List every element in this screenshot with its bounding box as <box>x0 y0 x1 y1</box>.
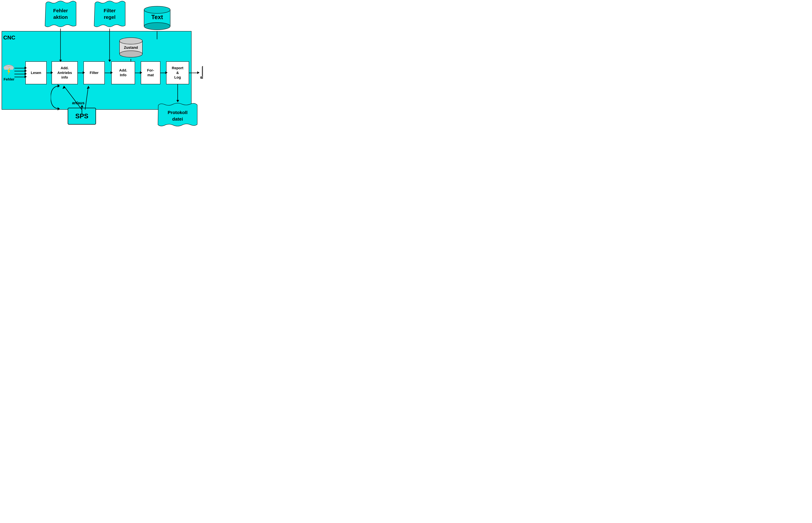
filter-box: Filter <box>84 61 105 84</box>
input-arrowhead3 <box>24 72 27 75</box>
svg-point-9 <box>120 38 142 44</box>
svg-text:Protokoll: Protokoll <box>168 110 187 115</box>
cnc-label: CNC <box>3 34 15 41</box>
diagram-container: CNC Fehler aktion Filter regel Text Zust… <box>0 0 203 131</box>
arrowhead-format-report <box>165 71 168 74</box>
svg-line-27 <box>64 86 82 110</box>
svg-text:aktion: aktion <box>53 14 68 20</box>
fehleraktion-banner: Fehler aktion <box>44 0 77 29</box>
report-protokoll-arrow <box>177 84 178 101</box>
protokolldatei-shape: Protokoll datei <box>156 102 199 128</box>
filterregel-banner: Filter regel <box>93 0 126 29</box>
svg-text:regel: regel <box>104 14 115 20</box>
input-arrow3 <box>14 74 25 74</box>
arrowhead-lesen-add <box>51 71 53 74</box>
svg-rect-19 <box>200 77 203 78</box>
input-arrow4 <box>14 77 25 77</box>
fehleraktion-arrow <box>60 29 61 60</box>
svg-marker-30 <box>87 86 90 89</box>
svg-line-29 <box>85 86 88 110</box>
zustand-cylinder: Zustand <box>118 34 144 59</box>
svg-text:Filter: Filter <box>104 8 116 13</box>
fehler-storm-icon <box>3 64 14 77</box>
svg-marker-28 <box>62 86 66 89</box>
report-log-box: Report & Log <box>166 61 189 84</box>
svg-point-5 <box>144 6 170 14</box>
filterregel-arrow <box>109 29 110 60</box>
filterregel-arrowhead <box>108 60 111 62</box>
svg-text:Text: Text <box>151 14 163 20</box>
svg-text:Zustand: Zustand <box>124 46 138 50</box>
svg-rect-17 <box>202 66 203 76</box>
svg-point-6 <box>144 22 170 30</box>
input-arrowhead4 <box>24 75 27 78</box>
laptop-icon <box>200 66 203 82</box>
format-box: For- mat <box>141 61 160 84</box>
svg-marker-25 <box>58 107 60 110</box>
svg-text:datei: datei <box>172 116 183 122</box>
input-arrowhead2 <box>24 70 27 72</box>
sps-arrows-svg <box>51 84 103 110</box>
arrowhead-filter-addinfo <box>110 71 113 74</box>
add-info-box: Add. Info <box>111 61 135 84</box>
report-protokoll-arrowhead <box>177 100 179 102</box>
text-cyl-arrow <box>157 31 157 39</box>
fehler-label: Fehler <box>4 77 14 82</box>
text-cylinder: Text <box>142 2 172 31</box>
add-antriebsinfo-box: Add. Antriebs info <box>52 61 78 84</box>
input-arrowhead1 <box>24 67 27 69</box>
arrow-filter-addinfo <box>105 73 111 73</box>
input-arrow2 <box>14 71 25 71</box>
svg-point-10 <box>120 51 142 57</box>
input-arrow1 <box>14 68 25 68</box>
lesen-box: Lesen <box>25 61 47 84</box>
arrowhead-report-laptop <box>197 71 200 74</box>
arrowhead-addinfo-format <box>140 71 142 74</box>
arrowhead-add-filter <box>83 71 85 74</box>
svg-marker-26 <box>58 84 60 88</box>
svg-text:Fehler: Fehler <box>53 8 68 13</box>
arrow-report-laptop <box>189 73 198 73</box>
